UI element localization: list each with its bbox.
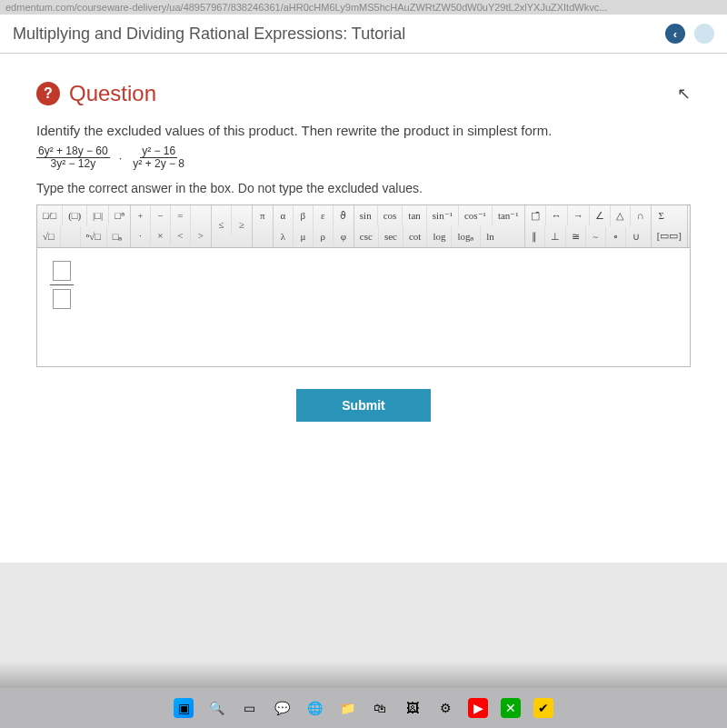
tool-rho[interactable]: ρ	[314, 226, 334, 246]
tool-tan[interactable]: tan	[403, 205, 426, 226]
toolbar-group-templates: □⁄□ (□) |□| □ᵃ √□ ⁿ√□ □ₐ	[37, 205, 131, 247]
tool-beta[interactable]: β	[294, 205, 314, 226]
tool-acos[interactable]: cos⁻¹	[459, 205, 493, 226]
tool-fraction[interactable]: □⁄□	[37, 205, 63, 226]
tool-alpha[interactable]: α	[274, 205, 294, 226]
tool-sigma[interactable]: Σ	[652, 205, 672, 225]
tool-mu[interactable]: μ	[294, 226, 314, 246]
answer-denominator-box[interactable]	[53, 289, 71, 309]
tool-ln[interactable]: ln	[481, 226, 501, 247]
toolbar-group-ineq: ≤ ≥	[212, 205, 253, 247]
chat-icon[interactable]: 💬	[272, 698, 292, 718]
tool-b4[interactable]	[253, 225, 273, 234]
edge-icon[interactable]: 🌐	[304, 698, 324, 718]
answer-fraction-bar	[50, 284, 74, 285]
tool-gt[interactable]: >	[191, 225, 211, 245]
tool-phi[interactable]: φ	[334, 226, 354, 246]
tool-theta[interactable]: ϑ	[334, 205, 354, 226]
tool-matrix[interactable]: [▭▭]	[652, 225, 687, 246]
answer-fraction-template[interactable]	[50, 261, 74, 309]
tool-sec[interactable]: sec	[379, 226, 403, 247]
question-panel: ? Question ↖ Identify the excluded value…	[0, 54, 727, 563]
lesson-title-bar: Multiplying and Dividing Rational Expres…	[0, 15, 727, 54]
tool-intersect[interactable]: ∩	[631, 205, 651, 226]
answer-instructions: Type the correct answer in the box. Do n…	[36, 181, 691, 195]
explorer-icon[interactable]: 📁	[337, 698, 357, 718]
math-expression: 6y² + 18y − 60 3y² − 12y · y² − 16 y² + …	[36, 145, 691, 170]
toolbar-group-sigma: Σ [▭▭]	[652, 205, 688, 247]
tool-log[interactable]: log	[427, 226, 452, 247]
tool-b3a[interactable]	[212, 205, 232, 214]
norton-icon[interactable]: ✔	[533, 698, 553, 718]
toolbar-group-pi: π	[253, 205, 274, 247]
tool-cot[interactable]: cot	[403, 226, 427, 247]
tool-equals[interactable]: =	[171, 205, 191, 225]
tool-segment[interactable]: □̄	[525, 205, 546, 226]
screen-shadow	[0, 661, 727, 688]
submit-button[interactable]: Submit	[296, 389, 430, 422]
settings-icon[interactable]: ⚙	[435, 698, 455, 718]
prev-page-button[interactable]: ‹	[665, 24, 685, 44]
tool-dot[interactable]: ·	[131, 225, 151, 245]
question-mark-icon: ?	[36, 82, 60, 105]
tool-minus[interactable]: −	[151, 205, 171, 225]
xbox-icon[interactable]: ✕	[501, 698, 521, 718]
toolbar-group-geom: □̄ ↔ → ∠ △ ∩ ∥ ⊥ ≅ ~ ∘ ∪	[525, 205, 652, 247]
tool-plus[interactable]: +	[131, 205, 151, 225]
question-prompt: Identify the excluded values of this pro…	[36, 123, 691, 138]
tool-perp[interactable]: ⊥	[545, 226, 566, 247]
tool-cos[interactable]: cos	[378, 205, 403, 226]
fraction2-denominator: y² + 2y − 8	[131, 158, 186, 170]
question-heading: Question	[69, 81, 156, 106]
tool-congruent[interactable]: ≅	[566, 226, 586, 247]
tool-super[interactable]: □ᵃ	[109, 205, 130, 226]
math-editor: □⁄□ (□) |□| □ᵃ √□ ⁿ√□ □ₐ + − =	[36, 204, 691, 367]
tool-asin[interactable]: sin⁻¹	[427, 205, 459, 226]
tool-nroot[interactable]: ⁿ√□	[81, 226, 107, 247]
tool-lambda[interactable]: λ	[274, 226, 294, 246]
tool-degree[interactable]: ∘	[606, 226, 626, 247]
tool-angle[interactable]: ∠	[590, 205, 611, 226]
tool-abs[interactable]: |□|	[87, 205, 109, 226]
tool-similar[interactable]: ~	[586, 226, 606, 247]
multiply-dot: ·	[119, 151, 123, 165]
tool-sqrt[interactable]: √□	[37, 226, 61, 247]
tool-line[interactable]: ↔	[546, 205, 568, 226]
tool-union[interactable]: ∪	[626, 226, 646, 247]
tool-eps[interactable]: ε	[314, 205, 334, 226]
tool-blank1[interactable]	[61, 226, 81, 247]
start-icon[interactable]: ▣	[174, 698, 194, 718]
answer-input-area[interactable]	[37, 248, 690, 366]
answer-numerator-box[interactable]	[53, 261, 71, 281]
tool-b3b[interactable]	[232, 205, 252, 214]
youtube-icon[interactable]: ▶	[468, 698, 488, 718]
tool-paren[interactable]: (□)	[63, 205, 87, 226]
photos-icon[interactable]: 🖼	[403, 698, 423, 718]
tool-loga[interactable]: logₐ	[452, 226, 480, 247]
fraction1-denominator: 3y² − 12y	[49, 158, 98, 170]
windows-taskbar: ▣ 🔍 ▭ 💬 🌐 📁 🛍 🖼 ⚙ ▶ ✕ ✔	[0, 688, 727, 728]
taskview-icon[interactable]: ▭	[239, 698, 259, 718]
tool-parallel[interactable]: ∥	[525, 226, 545, 247]
toolbar-group-trig: sin cos tan sin⁻¹ cos⁻¹ tan⁻¹ csc sec co…	[354, 205, 525, 247]
tool-le[interactable]: ≤	[212, 214, 232, 234]
toolbar-group-greek: α β ε ϑ λ μ ρ φ	[274, 205, 354, 247]
tool-lt[interactable]: <	[171, 225, 191, 245]
next-page-button[interactable]	[694, 24, 714, 44]
lesson-title: Multiplying and Dividing Rational Expres…	[13, 25, 405, 44]
tool-atan[interactable]: tan⁻¹	[493, 205, 524, 226]
tool-pi[interactable]: π	[253, 205, 273, 225]
fraction1-numerator: 6y² + 18y − 60	[36, 145, 110, 158]
toolbar-group-ops: + − = · × < >	[131, 205, 212, 247]
tool-blank2[interactable]	[191, 205, 211, 225]
tool-sub[interactable]: □ₐ	[107, 226, 128, 247]
tool-triangle[interactable]: △	[611, 205, 631, 226]
fraction2-numerator: y² − 16	[140, 145, 177, 158]
tool-times[interactable]: ×	[151, 225, 171, 245]
tool-sin[interactable]: sin	[354, 205, 378, 226]
tool-ge[interactable]: ≥	[232, 214, 252, 234]
search-icon[interactable]: 🔍	[206, 698, 226, 718]
tool-csc[interactable]: csc	[354, 226, 379, 247]
tool-ray[interactable]: →	[568, 205, 590, 226]
store-icon[interactable]: 🛍	[370, 698, 390, 718]
